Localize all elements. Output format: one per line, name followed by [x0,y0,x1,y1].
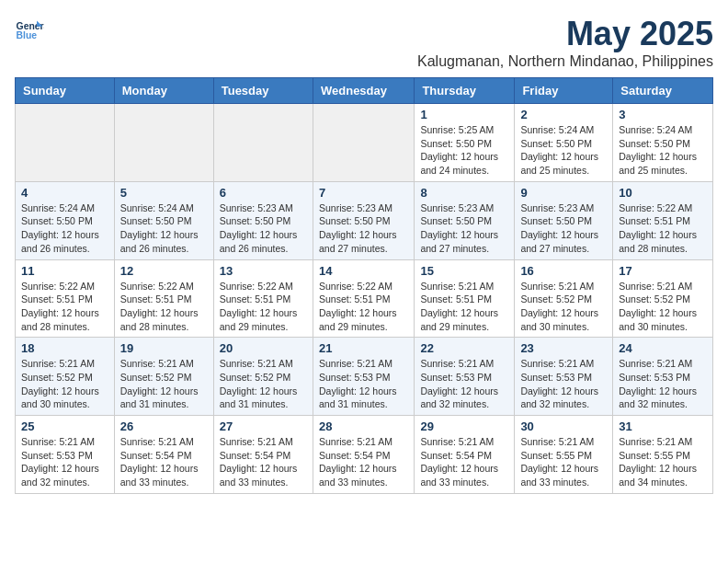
day-number: 26 [120,419,208,433]
day-info: Sunrise: 5:21 AM Sunset: 5:54 PM Dayligh… [319,435,408,489]
day-number: 18 [21,341,108,355]
weekday-header-row: SundayMondayTuesdayWednesdayThursdayFrid… [16,78,713,104]
week-row-2: 4Sunrise: 5:24 AM Sunset: 5:50 PM Daylig… [16,181,713,259]
day-info: Sunrise: 5:21 AM Sunset: 5:51 PM Dayligh… [420,280,508,334]
calendar-cell: 28Sunrise: 5:21 AM Sunset: 5:54 PM Dayli… [313,416,414,494]
weekday-header-friday: Friday [515,78,613,104]
calendar-cell: 10Sunrise: 5:22 AM Sunset: 5:51 PM Dayli… [613,181,713,259]
calendar-cell: 4Sunrise: 5:24 AM Sunset: 5:50 PM Daylig… [16,181,115,259]
day-number: 2 [520,108,607,121]
calendar-cell: 20Sunrise: 5:21 AM Sunset: 5:52 PM Dayli… [213,338,313,416]
calendar-cell [16,104,115,182]
calendar-cell: 17Sunrise: 5:21 AM Sunset: 5:52 PM Dayli… [613,259,713,338]
day-info: Sunrise: 5:24 AM Sunset: 5:50 PM Dayligh… [619,123,707,178]
calendar-cell: 29Sunrise: 5:21 AM Sunset: 5:54 PM Dayli… [415,416,515,494]
day-info: Sunrise: 5:21 AM Sunset: 5:54 PM Dayligh… [420,435,508,489]
day-number: 28 [319,419,408,433]
day-number: 17 [619,264,707,278]
day-info: Sunrise: 5:23 AM Sunset: 5:50 PM Dayligh… [319,201,408,256]
calendar-cell: 18Sunrise: 5:21 AM Sunset: 5:52 PM Dayli… [16,338,115,416]
day-number: 4 [21,186,108,200]
calendar-cell [313,104,414,182]
calendar-cell: 9Sunrise: 5:23 AM Sunset: 5:50 PM Daylig… [515,181,613,259]
day-info: Sunrise: 5:21 AM Sunset: 5:52 PM Dayligh… [21,357,108,411]
day-number: 24 [619,341,707,355]
weekday-header-saturday: Saturday [613,78,713,104]
day-number: 15 [420,264,508,278]
calendar-cell: 13Sunrise: 5:22 AM Sunset: 5:51 PM Dayli… [213,259,313,338]
day-number: 13 [220,264,307,278]
calendar-cell: 30Sunrise: 5:21 AM Sunset: 5:55 PM Dayli… [515,416,613,494]
day-number: 5 [120,186,208,200]
day-number: 6 [220,186,307,200]
subtitle: Kalugmanan, Northern Mindanao, Philippin… [417,53,713,70]
weekday-header-sunday: Sunday [16,78,115,104]
day-number: 10 [619,186,707,200]
day-info: Sunrise: 5:21 AM Sunset: 5:53 PM Dayligh… [21,435,108,489]
day-number: 8 [420,186,508,200]
week-row-5: 25Sunrise: 5:21 AM Sunset: 5:53 PM Dayli… [16,416,713,494]
calendar-cell: 23Sunrise: 5:21 AM Sunset: 5:53 PM Dayli… [515,338,613,416]
day-number: 7 [319,186,408,200]
day-info: Sunrise: 5:21 AM Sunset: 5:55 PM Dayligh… [619,435,707,489]
day-number: 9 [520,186,607,200]
calendar-cell: 15Sunrise: 5:21 AM Sunset: 5:51 PM Dayli… [415,259,515,338]
calendar-cell [213,104,313,182]
calendar-cell: 11Sunrise: 5:22 AM Sunset: 5:51 PM Dayli… [16,259,115,338]
header-area: General Blue May 2025 Kalugmanan, Northe… [15,15,713,70]
calendar-table: SundayMondayTuesdayWednesdayThursdayFrid… [15,77,713,494]
calendar-cell: 7Sunrise: 5:23 AM Sunset: 5:50 PM Daylig… [313,181,414,259]
day-info: Sunrise: 5:23 AM Sunset: 5:50 PM Dayligh… [220,201,307,256]
calendar-cell: 5Sunrise: 5:24 AM Sunset: 5:50 PM Daylig… [114,181,213,259]
calendar-cell: 31Sunrise: 5:21 AM Sunset: 5:55 PM Dayli… [613,416,713,494]
day-info: Sunrise: 5:21 AM Sunset: 5:52 PM Dayligh… [220,357,307,411]
day-number: 19 [120,341,208,355]
svg-text:Blue: Blue [17,30,38,40]
calendar-cell: 2Sunrise: 5:24 AM Sunset: 5:50 PM Daylig… [515,104,613,182]
calendar-cell: 22Sunrise: 5:21 AM Sunset: 5:53 PM Dayli… [415,338,515,416]
day-info: Sunrise: 5:22 AM Sunset: 5:51 PM Dayligh… [319,280,408,334]
day-info: Sunrise: 5:21 AM Sunset: 5:52 PM Dayligh… [120,357,208,411]
day-info: Sunrise: 5:22 AM Sunset: 5:51 PM Dayligh… [220,280,307,334]
day-number: 14 [319,264,408,278]
weekday-header-tuesday: Tuesday [213,78,313,104]
calendar-cell: 25Sunrise: 5:21 AM Sunset: 5:53 PM Dayli… [16,416,115,494]
day-info: Sunrise: 5:22 AM Sunset: 5:51 PM Dayligh… [120,280,208,334]
day-info: Sunrise: 5:22 AM Sunset: 5:51 PM Dayligh… [21,280,108,334]
day-info: Sunrise: 5:21 AM Sunset: 5:52 PM Dayligh… [520,280,607,334]
calendar-cell: 19Sunrise: 5:21 AM Sunset: 5:52 PM Dayli… [114,338,213,416]
day-number: 20 [220,341,307,355]
day-info: Sunrise: 5:21 AM Sunset: 5:53 PM Dayligh… [319,357,408,411]
day-info: Sunrise: 5:23 AM Sunset: 5:50 PM Dayligh… [420,201,508,256]
weekday-header-monday: Monday [114,78,213,104]
week-row-4: 18Sunrise: 5:21 AM Sunset: 5:52 PM Dayli… [16,338,713,416]
day-number: 25 [21,419,108,433]
calendar-cell: 6Sunrise: 5:23 AM Sunset: 5:50 PM Daylig… [213,181,313,259]
weekday-header-thursday: Thursday [415,78,515,104]
week-row-3: 11Sunrise: 5:22 AM Sunset: 5:51 PM Dayli… [16,259,713,338]
day-info: Sunrise: 5:24 AM Sunset: 5:50 PM Dayligh… [120,201,208,256]
calendar-cell: 26Sunrise: 5:21 AM Sunset: 5:54 PM Dayli… [114,416,213,494]
day-number: 12 [120,264,208,278]
weekday-header-wednesday: Wednesday [313,78,414,104]
calendar-cell: 3Sunrise: 5:24 AM Sunset: 5:50 PM Daylig… [613,104,713,182]
day-number: 29 [420,419,508,433]
calendar-cell: 8Sunrise: 5:23 AM Sunset: 5:50 PM Daylig… [415,181,515,259]
calendar-cell [114,104,213,182]
day-number: 31 [619,419,707,433]
logo: General Blue [15,15,44,44]
calendar-cell: 14Sunrise: 5:22 AM Sunset: 5:51 PM Dayli… [313,259,414,338]
day-number: 16 [520,264,607,278]
day-info: Sunrise: 5:24 AM Sunset: 5:50 PM Dayligh… [520,123,607,178]
title-block: May 2025 Kalugmanan, Northern Mindanao, … [417,15,713,70]
day-number: 22 [420,341,508,355]
day-info: Sunrise: 5:25 AM Sunset: 5:50 PM Dayligh… [420,123,508,178]
main-title: May 2025 [417,15,713,53]
day-number: 27 [220,419,307,433]
calendar-cell: 21Sunrise: 5:21 AM Sunset: 5:53 PM Dayli… [313,338,414,416]
day-info: Sunrise: 5:21 AM Sunset: 5:53 PM Dayligh… [420,357,508,411]
day-number: 23 [520,341,607,355]
day-info: Sunrise: 5:21 AM Sunset: 5:54 PM Dayligh… [120,435,208,489]
day-info: Sunrise: 5:23 AM Sunset: 5:50 PM Dayligh… [520,201,607,256]
day-info: Sunrise: 5:21 AM Sunset: 5:54 PM Dayligh… [220,435,307,489]
